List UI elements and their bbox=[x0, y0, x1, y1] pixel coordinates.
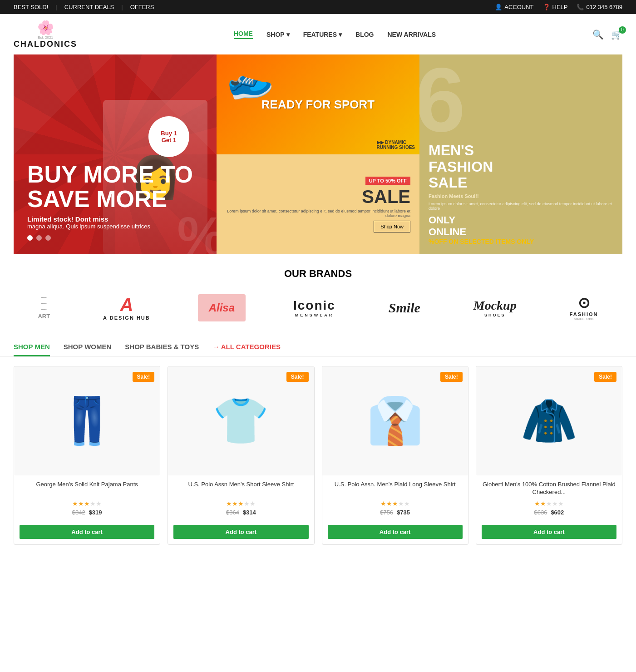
help-icon: ❓ bbox=[543, 4, 550, 10]
topbar-current-deals[interactable]: CURRENT DEALS bbox=[64, 4, 114, 10]
brand-design-hub[interactable]: A A DESIGN HUB bbox=[98, 291, 156, 324]
product-emoji-1: 👖 bbox=[59, 394, 115, 448]
product-emoji-3: 👔 bbox=[367, 394, 424, 448]
product-name-4: Gioberti Men's 100% Cotton Brushed Flann… bbox=[482, 481, 616, 497]
product-stars-3: ★★★★★ bbox=[328, 500, 463, 507]
fashion-pct-off: %OFF ON SELECTED ITEMS ONLY bbox=[429, 238, 613, 245]
hero-section: 👩 BUY MORE TO SAVE MORE Buy 1 Get 1 Limi… bbox=[0, 54, 636, 254]
sale-badge-1: Sale! bbox=[133, 372, 155, 382]
hero-sport-banner[interactable]: 👟 READY FOR SPORT ▶▶ DYNAMIC RUNNING SHO… bbox=[217, 54, 419, 154]
hero-fashion-content: MEN'S FASHION SALE Fashion Meets Soul!! … bbox=[429, 143, 613, 245]
hero-sale-content: UP TO 50% OFF SALE Lorem ipsum dolor sit… bbox=[217, 167, 419, 242]
product-name-1: George Men's Solid Knit Pajama Pants bbox=[20, 481, 154, 497]
add-to-cart-button-4[interactable]: Add to cart bbox=[482, 525, 616, 539]
product-stars-1: ★★★★★ bbox=[20, 500, 154, 507]
nav-new-arrivals[interactable]: NEW ARRIVALS bbox=[388, 31, 436, 38]
product-card-3: 👔 Sale! U.S. Polo Assn. Men's Plaid Long… bbox=[322, 366, 468, 545]
dynamic-brand-name: ▶▶ DYNAMIC bbox=[377, 140, 406, 145]
hero-sale-banner[interactable]: UP TO 50% OFF SALE Lorem ipsum dolor sit… bbox=[217, 154, 419, 254]
product-card-2: 👕 Sale! U.S. Polo Assn Men's Short Sleev… bbox=[168, 366, 314, 545]
account-icon: 👤 bbox=[495, 4, 502, 10]
add-to-cart-button-1[interactable]: Add to cart bbox=[20, 525, 154, 539]
product-info-3: U.S. Polo Assn. Men's Plaid Long Sleeve … bbox=[322, 475, 468, 521]
hero-sub-text: Limited stock! Dont miss magna aliqua. Q… bbox=[27, 215, 203, 230]
sale-badge-3: Sale! bbox=[440, 372, 463, 382]
sale-body: Lorem ipsum dolor sit amet, consectetur … bbox=[226, 209, 410, 218]
help-link[interactable]: ❓ HELP bbox=[543, 4, 568, 10]
product-price-3: $756 $735 bbox=[328, 509, 463, 516]
shop-tabs: SHOP MEN SHOP WOMEN SHOP BABIES & TOYS →… bbox=[0, 338, 636, 357]
tab-shop-women[interactable]: SHOP WOMEN bbox=[64, 343, 112, 356]
hero-dot-2[interactable] bbox=[36, 235, 42, 241]
tab-all-categories[interactable]: → ALL CATEGORIES bbox=[212, 343, 281, 356]
phone-link[interactable]: 📞 012 345 6789 bbox=[577, 4, 622, 10]
header-icons: 🔍 🛒 0 bbox=[592, 29, 622, 40]
brand-alisa[interactable]: Alisa bbox=[198, 294, 246, 321]
features-dropdown-icon: ▾ bbox=[339, 31, 342, 38]
add-to-cart-button-2[interactable]: Add to cart bbox=[173, 525, 308, 539]
sale-up-to-tag: UP TO 50% OFF bbox=[365, 177, 410, 185]
brands-title: OUR BRANDS bbox=[14, 268, 622, 280]
nav-shop[interactable]: SHOP ▾ bbox=[266, 31, 290, 38]
help-label: HELP bbox=[552, 4, 568, 10]
hero-fashion-banner[interactable]: 6 MEN'S FASHION SALE Fashion Meets Soul!… bbox=[419, 54, 622, 254]
sale-headline: SALE bbox=[226, 187, 410, 207]
phone-number: 012 345 6789 bbox=[586, 4, 622, 10]
fashion-body-text: Lorem ipsum dolor sit amet, consectetur … bbox=[429, 202, 613, 211]
brand-mockup[interactable]: Mockup SHOES bbox=[468, 295, 522, 321]
hero-dot-3[interactable] bbox=[45, 235, 51, 241]
top-bar-left: BEST SOLD! | CURRENT DEALS | OFFERS bbox=[14, 4, 154, 10]
tab-shop-men[interactable]: SHOP MEN bbox=[14, 343, 50, 356]
product-image-3: 👔 Sale! bbox=[322, 366, 468, 475]
fashion-headline: MEN'S FASHION SALE bbox=[429, 143, 613, 191]
fashion-only-online: ONLYONLINE bbox=[429, 214, 613, 238]
logo-icon: 🌸 bbox=[37, 20, 54, 35]
product-emoji-2: 👕 bbox=[212, 394, 269, 448]
topbar-sep2: | bbox=[121, 4, 123, 10]
hero-main-banner[interactable]: 👩 BUY MORE TO SAVE MORE Buy 1 Get 1 Limi… bbox=[14, 54, 217, 254]
product-old-price-3: $756 bbox=[380, 509, 393, 516]
product-old-price-2: $364 bbox=[226, 509, 239, 516]
product-new-price-4: $602 bbox=[551, 509, 564, 516]
shop-now-button[interactable]: Shop Now bbox=[374, 221, 410, 232]
fashion-sub-title: Fashion Meets Soul!! bbox=[429, 193, 613, 199]
product-info-4: Gioberti Men's 100% Cotton Brushed Flann… bbox=[476, 475, 622, 521]
add-to-cart-button-3[interactable]: Add to cart bbox=[328, 525, 463, 539]
tab-shop-babies-toys[interactable]: SHOP BABIES & TOYS bbox=[125, 343, 199, 356]
badge-line2: Get 1 bbox=[162, 137, 177, 143]
product-old-price-1: $342 bbox=[72, 509, 85, 516]
nav-blog[interactable]: BLOG bbox=[355, 31, 374, 38]
nav-features[interactable]: FEATURES ▾ bbox=[303, 31, 342, 38]
sport-headline: READY FOR SPORT bbox=[261, 98, 375, 112]
hero-dot-1[interactable] bbox=[27, 235, 33, 241]
search-icon[interactable]: 🔍 bbox=[592, 29, 604, 40]
sale-badge-2: Sale! bbox=[286, 372, 309, 382]
brands-section: OUR BRANDS 〰〰〰 ART A A DESIGN HUB Alisa … bbox=[0, 254, 636, 338]
product-stars-2: ★★★★★ bbox=[173, 500, 308, 507]
brand-fashion[interactable]: ⊙ FASHION SINCE 1991 bbox=[564, 291, 604, 325]
brand-art[interactable]: 〰〰〰 ART bbox=[32, 292, 55, 324]
hero-sub-strong: Limited stock! Dont miss bbox=[27, 215, 203, 223]
product-stars-4: ★★★★★ bbox=[482, 500, 616, 507]
topbar-best-sold[interactable]: BEST SOLD! bbox=[14, 4, 48, 10]
product-name-2: U.S. Polo Assn Men's Short Sleeve Shirt bbox=[173, 481, 308, 497]
product-card-1: 👖 Sale! George Men's Solid Knit Pajama P… bbox=[14, 366, 160, 545]
brand-smile[interactable]: Smile bbox=[383, 296, 426, 319]
product-price-1: $342 $319 bbox=[20, 509, 154, 516]
hero-buy-badge: Buy 1 Get 1 bbox=[148, 116, 189, 157]
account-label: ACCOUNT bbox=[504, 4, 533, 10]
sale-badge-4: Sale! bbox=[594, 372, 616, 382]
badge-line1: Buy 1 bbox=[161, 130, 177, 137]
cart-icon[interactable]: 🛒 0 bbox=[611, 29, 622, 40]
product-emoji-4: 🧥 bbox=[521, 394, 577, 448]
hero-sport-content: READY FOR SPORT bbox=[252, 89, 384, 121]
logo[interactable]: 🌸 Est. 2021 CHALDONICS bbox=[14, 20, 77, 49]
shop-dropdown-icon: ▾ bbox=[286, 31, 290, 38]
product-price-4: $636 $602 bbox=[482, 509, 616, 516]
nav-home[interactable]: HOME bbox=[234, 30, 253, 39]
topbar-offers[interactable]: OFFERS bbox=[130, 4, 154, 10]
product-new-price-1: $319 bbox=[89, 509, 102, 516]
brands-row: 〰〰〰 ART A A DESIGN HUB Alisa Iconic MENS… bbox=[14, 291, 622, 325]
account-link[interactable]: 👤 ACCOUNT bbox=[495, 4, 533, 10]
brand-iconic[interactable]: Iconic MENSWEAR bbox=[288, 295, 341, 321]
